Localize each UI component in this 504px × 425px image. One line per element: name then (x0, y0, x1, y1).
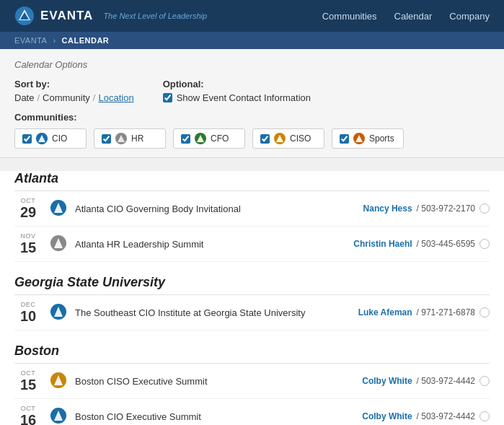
community-checkbox-cio[interactable] (22, 134, 32, 144)
communities-grid: CIO HR CFO (14, 128, 490, 149)
event-month: DEC (21, 301, 36, 308)
location-group: AtlantaOCT29 Atlanta CIO Governing Body … (14, 171, 490, 262)
event-contact: Colby White / 503-972-4442 (362, 376, 490, 386)
events-list: OCT29 Atlanta CIO Governing Body Invitat… (14, 190, 490, 262)
logo: EVANTA The Next Level of Leadership (14, 6, 207, 26)
contact-avatar (479, 307, 490, 317)
optional-section: Optional: Show Event Contact Information (163, 79, 311, 103)
contact-phone: / 971-271-6878 (417, 307, 475, 317)
location-group: Georgia State UniversityDEC10 The Southe… (14, 275, 490, 330)
location-name: Georgia State University (14, 275, 490, 290)
event-title: Boston CIO Executive Summit (75, 411, 353, 422)
community-item-cio[interactable]: CIO (14, 128, 87, 149)
nav-communities[interactable]: Communities (322, 11, 377, 22)
sort-community[interactable]: Community (43, 92, 90, 103)
event-month: OCT (21, 197, 36, 204)
breadcrumb-current: CALENDAR (62, 36, 110, 45)
community-name-hr: HR (131, 133, 143, 144)
contact-name[interactable]: Luke Afeman (358, 307, 412, 317)
contact-avatar (479, 239, 490, 249)
sort-section: Sort by: Date / Community / Location (14, 79, 134, 103)
cio-icon (36, 133, 48, 144)
contact-avatar (479, 411, 490, 421)
contact-name[interactable]: Nancy Hess (363, 203, 412, 214)
table-row: DEC10 The Southeast CIO Institute at Geo… (14, 295, 490, 330)
header: EVANTA The Next Level of Leadership Comm… (0, 0, 504, 32)
brand-tagline: The Next Level of Leadership (103, 12, 207, 20)
table-row: OCT29 Atlanta CIO Governing Body Invitat… (14, 191, 490, 227)
event-day: 15 (20, 240, 36, 255)
event-type-icon (50, 235, 66, 253)
community-checkbox-hr[interactable] (102, 134, 111, 144)
communities-label: Communities: (14, 112, 490, 123)
evanta-logo-icon (14, 6, 35, 26)
table-row: NOV15 Atlanta HR Leadership SummitChrist… (14, 227, 490, 262)
community-name-cio: CIO (52, 133, 67, 144)
event-contact: Colby White / 503-972-4442 (362, 411, 490, 421)
event-day: 10 (20, 308, 36, 324)
contact-name[interactable]: Christin Haehl (353, 239, 412, 249)
table-row: OCT16 Boston CIO Executive SummitColby W… (14, 399, 490, 425)
contact-phone: / 503-972-2170 (417, 203, 475, 214)
event-date: OCT16 (14, 405, 42, 425)
nav-calendar[interactable]: Calendar (394, 11, 433, 22)
breadcrumb-separator: › (53, 36, 56, 45)
community-name-cfo: CFO (211, 133, 229, 144)
community-checkbox-sports[interactable] (340, 134, 349, 144)
event-contact: Nancy Hess / 503-972-2170 (363, 203, 490, 214)
sort-label: Sort by: (14, 79, 134, 89)
options-panel: Calendar Options Sort by: Date / Communi… (0, 49, 504, 158)
communities-section: Communities: CIO HR (14, 112, 490, 149)
event-type-icon (50, 304, 66, 322)
sort-location[interactable]: Location (98, 92, 133, 103)
optional-label: Optional: (163, 79, 311, 89)
community-item-sports[interactable]: Sports (332, 128, 404, 149)
contact-phone: / 503-972-4442 (417, 376, 475, 386)
show-contact-label[interactable]: Show Event Contact Information (177, 92, 311, 103)
event-title: Atlanta HR Leadership Summit (75, 239, 345, 250)
location-name: Atlanta (14, 171, 490, 186)
event-title: Atlanta CIO Governing Body Invitational (75, 203, 355, 214)
event-day: 29 (20, 204, 36, 220)
breadcrumb: EVANTA › CALENDAR (0, 32, 504, 49)
breadcrumb-parent[interactable]: EVANTA (14, 36, 47, 45)
community-name-ciso: CISO (290, 133, 311, 144)
main-content: AtlantaOCT29 Atlanta CIO Governing Body … (0, 171, 504, 425)
event-date: DEC10 (14, 301, 42, 324)
events-list: OCT15 Boston CISO Executive SummitColby … (14, 363, 490, 425)
show-contact-checkbox[interactable] (163, 93, 172, 102)
community-name-sports: Sports (369, 133, 394, 144)
event-month: OCT (21, 369, 36, 377)
event-type-icon (50, 408, 66, 426)
sort-options: Date / Community / Location (14, 92, 134, 103)
community-checkbox-ciso[interactable] (260, 134, 270, 144)
ciso-icon (274, 133, 286, 144)
event-title: The Southeast CIO Institute at Georgia S… (75, 307, 350, 318)
sports-icon (353, 133, 365, 144)
event-date: OCT15 (14, 369, 42, 393)
location-name: Boston (14, 343, 490, 359)
event-day: 15 (20, 377, 36, 393)
nav-company[interactable]: Company (449, 11, 490, 22)
hr-icon (115, 133, 127, 144)
sort-date[interactable]: Date (14, 92, 34, 103)
contact-phone: / 503-445-6595 (417, 239, 475, 249)
community-checkbox-cfo[interactable] (181, 134, 190, 144)
community-item-cfo[interactable]: CFO (173, 128, 245, 149)
contact-name[interactable]: Colby White (362, 376, 412, 386)
event-contact: Luke Afeman / 971-271-6878 (358, 307, 490, 317)
location-group: BostonOCT15 Boston CISO Executive Summit… (14, 343, 490, 425)
cfo-icon (195, 133, 206, 144)
event-month: OCT (21, 405, 36, 412)
community-item-hr[interactable]: HR (94, 128, 166, 149)
community-item-ciso[interactable]: CISO (252, 128, 324, 149)
events-list: DEC10 The Southeast CIO Institute at Geo… (14, 294, 490, 330)
contact-name[interactable]: Colby White (362, 411, 412, 421)
event-month: NOV (20, 232, 35, 240)
table-row: OCT15 Boston CISO Executive SummitColby … (14, 364, 490, 399)
options-title: Calendar Options (14, 59, 490, 70)
event-type-icon (50, 372, 66, 390)
main-nav: Communities Calendar Company (322, 11, 490, 22)
event-title: Boston CISO Executive Summit (75, 376, 353, 387)
event-date: NOV15 (14, 232, 42, 255)
